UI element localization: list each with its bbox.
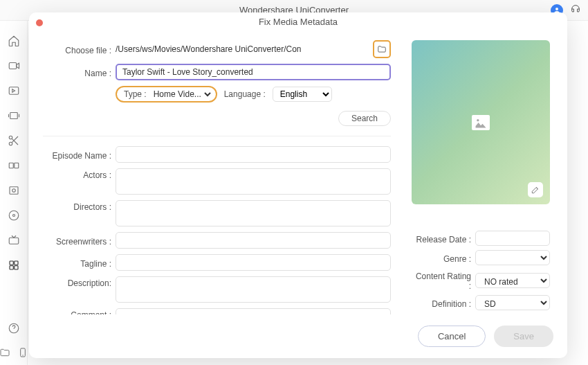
actors-input[interactable] bbox=[116, 168, 391, 195]
episode-name-input[interactable] bbox=[116, 146, 391, 163]
tagline-label: Tagline : bbox=[43, 257, 116, 269]
content-rating-select[interactable]: NO rated bbox=[475, 273, 550, 288]
left-sidebar bbox=[0, 21, 28, 365]
directors-label: Directors : bbox=[43, 200, 116, 212]
svg-rect-2 bbox=[9, 87, 19, 95]
svg-point-4 bbox=[9, 136, 12, 139]
record-icon[interactable] bbox=[8, 184, 20, 197]
browse-folder-button[interactable] bbox=[373, 40, 391, 58]
cancel-button[interactable]: Cancel bbox=[418, 326, 486, 347]
genre-label: Genre : bbox=[412, 252, 475, 264]
svg-rect-6 bbox=[9, 163, 13, 168]
comment-input[interactable] bbox=[116, 308, 391, 314]
content-rating-label: Content Rating : bbox=[412, 269, 475, 291]
svg-rect-1 bbox=[9, 63, 17, 69]
folder-small-icon[interactable] bbox=[0, 347, 10, 358]
file-path-display: /Users/ws/Movies/Wondershare UniConverte… bbox=[116, 42, 367, 56]
screenwriters-input[interactable] bbox=[116, 232, 391, 249]
name-input[interactable] bbox=[116, 64, 391, 80]
svg-rect-15 bbox=[10, 266, 13, 269]
language-label: Language : bbox=[224, 89, 266, 99]
svg-rect-12 bbox=[9, 238, 19, 244]
release-date-label: Release Date : bbox=[412, 233, 475, 244]
comment-label: Comment : bbox=[43, 308, 116, 314]
poster-preview bbox=[412, 40, 550, 204]
type-label: Type : bbox=[124, 89, 147, 99]
video-icon[interactable] bbox=[8, 60, 20, 72]
screenwriters-label: Screenwriters : bbox=[43, 235, 116, 247]
close-icon[interactable] bbox=[36, 19, 43, 26]
edit-poster-button[interactable] bbox=[528, 182, 543, 197]
support-icon[interactable] bbox=[570, 3, 581, 17]
genre-select[interactable] bbox=[475, 250, 550, 265]
svg-rect-14 bbox=[14, 261, 17, 265]
definition-select[interactable]: SD bbox=[475, 295, 550, 310]
description-input[interactable] bbox=[116, 276, 391, 303]
save-button[interactable]: Save bbox=[494, 326, 553, 347]
type-select-group: Type : Home Vide... bbox=[116, 86, 217, 103]
svg-point-9 bbox=[12, 189, 15, 193]
modal-title: Fix Media Metadata bbox=[259, 17, 338, 27]
image-slider-icon[interactable] bbox=[8, 109, 20, 122]
home-icon[interactable] bbox=[8, 35, 20, 47]
choose-file-label: Choose file : bbox=[43, 44, 116, 55]
svg-rect-3 bbox=[10, 113, 17, 119]
phone-small-icon[interactable] bbox=[17, 347, 28, 358]
help-icon[interactable] bbox=[8, 322, 20, 335]
directors-input[interactable] bbox=[116, 200, 391, 226]
audio-icon[interactable] bbox=[8, 84, 20, 97]
language-select[interactable]: English bbox=[273, 87, 332, 102]
dvd-icon[interactable] bbox=[8, 209, 20, 222]
search-button[interactable]: Search bbox=[338, 111, 391, 126]
name-label: Name : bbox=[43, 66, 116, 78]
svg-point-0 bbox=[555, 8, 558, 10]
section-divider bbox=[43, 136, 391, 136]
svg-point-23 bbox=[477, 119, 479, 121]
tagline-input[interactable] bbox=[116, 254, 391, 271]
modal-titlebar: Fix Media Metadata bbox=[29, 12, 567, 30]
image-placeholder-icon bbox=[472, 115, 490, 130]
scissors-icon[interactable] bbox=[8, 134, 20, 147]
merge-icon[interactable] bbox=[8, 159, 20, 172]
svg-rect-13 bbox=[10, 261, 13, 265]
svg-point-10 bbox=[9, 211, 19, 220]
type-select[interactable]: Home Vide... bbox=[151, 89, 213, 100]
tv-icon[interactable] bbox=[8, 234, 20, 247]
svg-point-5 bbox=[9, 142, 12, 145]
description-label: Description: bbox=[43, 276, 116, 288]
definition-label: Definition : bbox=[412, 297, 475, 309]
svg-point-11 bbox=[12, 215, 15, 217]
svg-rect-16 bbox=[14, 266, 17, 269]
fix-metadata-modal: Fix Media Metadata Choose file : /Users/… bbox=[29, 12, 567, 358]
actors-label: Actors : bbox=[43, 168, 116, 180]
toolbox-icon[interactable] bbox=[8, 259, 20, 271]
svg-rect-7 bbox=[14, 163, 18, 168]
svg-rect-8 bbox=[10, 187, 18, 195]
release-date-input[interactable] bbox=[475, 231, 550, 246]
episode-name-label: Episode Name : bbox=[43, 149, 116, 161]
